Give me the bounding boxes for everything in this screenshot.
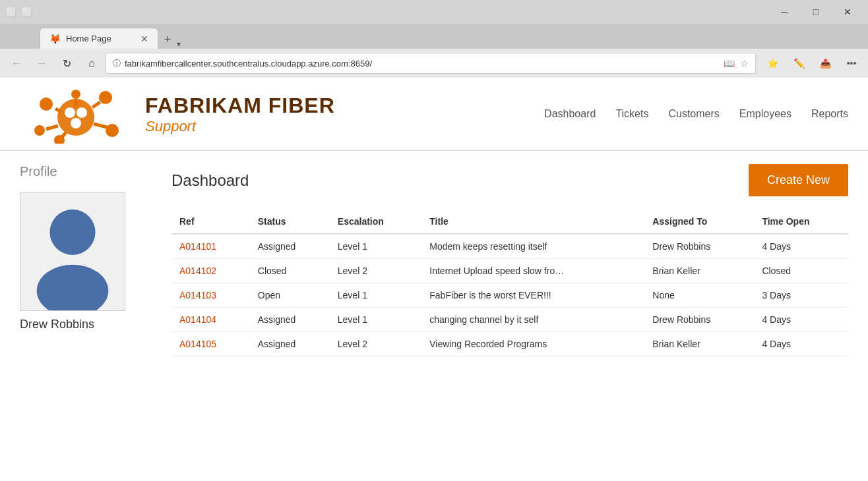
back-icon: ⬜ <box>5 6 17 18</box>
forward-button[interactable]: → <box>30 52 53 74</box>
profile-title: Profile <box>20 164 152 179</box>
ticket-time: 4 Days <box>754 234 848 259</box>
close-button[interactable]: ✕ <box>832 1 863 22</box>
ticket-ref-cell[interactable]: A014105 <box>171 332 250 356</box>
ticket-ref-cell[interactable]: A014102 <box>171 259 250 283</box>
col-escalation: Escalation <box>330 210 421 234</box>
ticket-time: 3 Days <box>754 283 848 308</box>
ticket-ref-link[interactable]: A014101 <box>179 241 216 252</box>
svg-line-7 <box>92 102 100 107</box>
svg-point-1 <box>65 107 75 118</box>
home-button[interactable]: ⌂ <box>80 52 103 74</box>
svg-point-6 <box>99 91 112 104</box>
svg-point-8 <box>106 124 119 137</box>
brand-text: FABRIKAM FIBER Support <box>145 94 335 135</box>
nav-dashboard[interactable]: Dashboard <box>544 108 596 120</box>
ticket-ref-link[interactable]: A014103 <box>179 290 216 300</box>
main-nav: Dashboard Tickets Customers Employees Re… <box>544 108 848 120</box>
forward-icon: ⬜ <box>21 6 33 18</box>
svg-point-12 <box>34 125 45 136</box>
ticket-assigned: Drew Robbins <box>644 234 754 259</box>
ticket-time: 4 Days <box>754 308 848 332</box>
more-menu-icon[interactable]: ••• <box>840 52 863 74</box>
ticket-escalation: Level 1 <box>330 283 421 308</box>
tab-title: Home Page <box>66 34 111 43</box>
browser-tab[interactable]: 🦊 Home Page ✕ <box>40 28 158 49</box>
reader-mode-icon[interactable]: 📖 <box>724 58 735 69</box>
ticket-assigned: None <box>644 283 754 308</box>
ticket-title: Viewing Recorded Programs <box>421 332 644 356</box>
ticket-assigned: Drew Robbins <box>644 308 754 332</box>
dashboard-title: Dashboard <box>171 171 249 190</box>
ticket-assigned: Brian Keller <box>644 332 754 356</box>
table-row: A014105 Assigned Level 2 Viewing Recorde… <box>171 332 848 356</box>
table-header-row: Ref Status Escalation Title Assigned To … <box>171 210 848 234</box>
svg-line-13 <box>46 126 58 129</box>
sidebar: Profile Drew Robbins <box>20 164 152 470</box>
dashboard-header: Dashboard Create New <box>171 164 848 196</box>
ticket-title: FabFiber is the worst EVER!!! <box>421 283 644 308</box>
ticket-time: Closed <box>754 259 848 283</box>
col-assigned: Assigned To <box>644 210 754 234</box>
ticket-ref-cell[interactable]: A014104 <box>171 308 250 332</box>
favorites-icon[interactable]: ⭐ <box>761 52 784 74</box>
ticket-status: Closed <box>250 259 330 283</box>
share-icon[interactable]: 📤 <box>814 52 836 74</box>
bookmark-icon[interactable]: ☆ <box>740 58 749 69</box>
back-button[interactable]: ← <box>5 52 28 74</box>
brand-name: FABRIKAM FIBER <box>145 94 335 118</box>
ticket-status: Assigned <box>250 332 330 356</box>
ticket-ref-link[interactable]: A014104 <box>179 314 216 325</box>
ticket-escalation: Level 2 <box>330 332 421 356</box>
table-row: A014101 Assigned Level 1 Modem keeps res… <box>171 234 848 259</box>
refresh-button[interactable]: ↻ <box>55 52 78 74</box>
ticket-escalation: Level 2 <box>330 259 421 283</box>
svg-point-4 <box>40 98 53 111</box>
tickets-table: Ref Status Escalation Title Assigned To … <box>171 210 848 356</box>
svg-point-2 <box>77 107 87 118</box>
col-ref: Ref <box>171 210 250 234</box>
address-bar[interactable]: ⓘ fabrikamfibercallcenter.southcentralus… <box>106 53 756 74</box>
minimize-button[interactable]: ─ <box>769 1 799 22</box>
table-row: A014102 Closed Level 2 Internet Upload s… <box>171 259 848 283</box>
svg-line-9 <box>94 124 107 127</box>
svg-point-14 <box>71 90 80 99</box>
ticket-time: 4 Days <box>754 332 848 356</box>
table-row: A014103 Open Level 1 FabFiber is the wor… <box>171 283 848 308</box>
svg-point-3 <box>71 118 81 128</box>
logo <box>20 84 152 144</box>
col-status: Status <box>250 210 330 234</box>
nav-reports[interactable]: Reports <box>811 108 848 120</box>
notes-icon[interactable]: ✏️ <box>788 52 810 74</box>
col-time: Time Open <box>754 210 848 234</box>
ticket-ref-link[interactable]: A014105 <box>179 339 216 349</box>
table-row: A014104 Assigned Level 1 changing channe… <box>171 308 848 332</box>
ticket-ref-link[interactable]: A014102 <box>179 266 216 276</box>
ticket-status: Assigned <box>250 234 330 259</box>
ticket-title: Internet Upload speed slow fro… <box>421 259 644 283</box>
tab-close-icon[interactable]: ✕ <box>140 34 148 44</box>
brand-sub: Support <box>145 118 335 135</box>
new-tab-button[interactable]: + <box>158 30 177 49</box>
avatar <box>20 192 125 311</box>
create-new-button[interactable]: Create New <box>749 164 848 196</box>
nav-tickets[interactable]: Tickets <box>615 108 648 120</box>
ticket-status: Open <box>250 283 330 308</box>
ticket-ref-cell[interactable]: A014103 <box>171 283 250 308</box>
user-name: Drew Robbins <box>20 318 152 331</box>
ticket-escalation: Level 1 <box>330 308 421 332</box>
ticket-title: changing channel by it self <box>421 308 644 332</box>
col-title: Title <box>421 210 644 234</box>
ticket-ref-cell[interactable]: A014101 <box>171 234 250 259</box>
nav-customers[interactable]: Customers <box>668 108 719 120</box>
ticket-escalation: Level 1 <box>330 234 421 259</box>
tab-favicon: 🦊 <box>49 34 61 44</box>
tab-overflow-button[interactable]: ▾ <box>177 40 181 49</box>
dashboard-area: Dashboard Create New Ref Status Escalati… <box>171 164 848 470</box>
nav-employees[interactable]: Employees <box>739 108 791 120</box>
ticket-status: Assigned <box>250 308 330 332</box>
ticket-assigned: Brian Keller <box>644 259 754 283</box>
svg-point-17 <box>49 210 95 255</box>
ticket-title: Modem keeps resetting itself <box>421 234 644 259</box>
maximize-button[interactable]: □ <box>801 1 831 22</box>
